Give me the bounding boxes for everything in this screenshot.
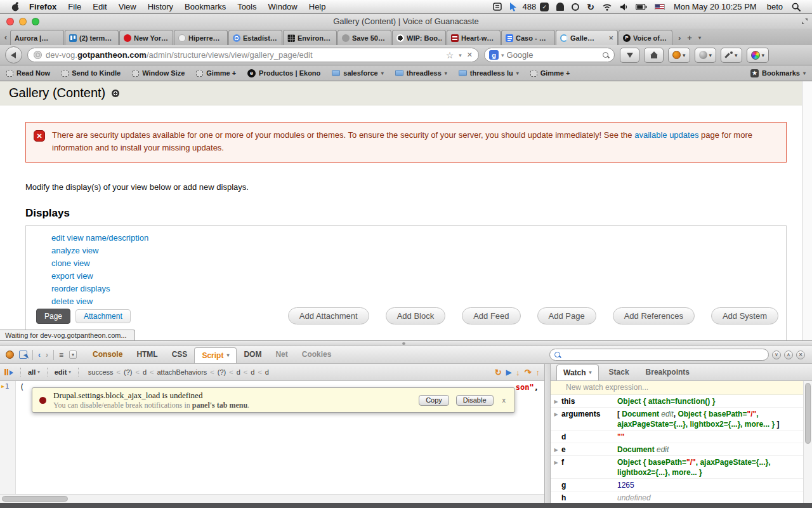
sphere-dropdown-icon[interactable]: ▾ [709,52,712,58]
delete-view-link[interactable]: delete view [51,295,93,308]
firebug-button[interactable]: ▾ [668,48,690,63]
contextual-gear-icon[interactable] [112,90,119,97]
menu-bookmarks[interactable]: Bookmarks [185,2,226,11]
tab-save-50[interactable]: Save 50… [337,30,391,45]
add-system-button[interactable]: Add System [711,307,778,324]
ghost-status-icon[interactable] [556,3,564,11]
step-out-icon[interactable]: ↑ [536,368,540,377]
step-over-icon[interactable]: ↷ [525,368,532,377]
menu-view[interactable]: View [119,2,136,11]
expand-arrow-icon[interactable]: ▶ [551,396,561,404]
script-dropdown-icon[interactable]: ▾ [226,348,229,363]
history-back-icon[interactable]: ‹ [38,351,41,359]
check-circle-status-icon[interactable]: ✓ [540,3,549,11]
tab-net[interactable]: Net [268,346,294,363]
clone-view-link[interactable]: clone view [51,257,90,270]
search-bar[interactable]: g ▾ [484,48,615,62]
menu-edit[interactable]: Edit [93,2,107,11]
sync-status-icon[interactable]: ↻ [587,2,594,12]
apple-menu-icon[interactable] [11,2,20,11]
volume-status-icon[interactable] [620,3,628,11]
watch-dropdown-icon[interactable]: ▾ [589,366,592,380]
watch-row-f[interactable]: ▶ f Object { basePath="/", ajaxPageState… [551,456,803,479]
firebug-resize-handle[interactable] [0,341,812,346]
watch-row-this[interactable]: ▶ this Object { attach=function() } [551,395,803,408]
tab-new-yorker[interactable]: New Yor… [119,30,173,45]
downloads-button[interactable] [620,48,639,63]
bookmark-read-now[interactable]: Read Now [6,69,50,77]
addon-sphere-button[interactable]: ▾ [695,48,717,63]
window-title-bar[interactable]: Gallery (Content) | Voice of Guanacaste [0,14,812,29]
tab-breakpoints[interactable]: Breakpoints [639,364,696,380]
ring-status-icon[interactable] [572,3,579,11]
watch-row-h[interactable]: h undefined [551,491,803,503]
script-horizontal-scrollbar[interactable] [0,494,544,503]
minimize-window-button[interactable] [19,18,27,25]
watch-row-d[interactable]: d "" [551,431,803,443]
tab-script[interactable]: Script▾ [194,347,237,363]
firebug-search-input[interactable] [565,351,764,359]
tab-heart-w[interactable]: Heart-w… [447,30,501,45]
add-feed-button[interactable]: Add Feed [462,307,520,324]
panel-close-icon[interactable]: ✕ [796,351,805,359]
us-flag-icon[interactable] [655,4,665,10]
script-filter-dropdown[interactable]: all▾ [28,368,40,376]
available-updates-link[interactable]: available updates [634,130,698,140]
search-engine-dropdown-icon[interactable]: ▾ [501,52,504,58]
menu-user[interactable]: beto [767,2,783,11]
tab-scroll-right-icon[interactable]: › [678,33,681,43]
home-button[interactable] [644,48,664,63]
tab-voice-of[interactable]: PVoice of… [619,30,672,45]
tab-watch[interactable]: Watch▾ [556,364,599,380]
tab-css[interactable]: CSS [165,346,195,363]
spotlight-search-icon[interactable] [792,3,801,11]
tab-caso[interactable]: Caso - … [501,30,555,45]
reorder-displays-link[interactable]: reorder displays [51,283,110,295]
analyze-view-link[interactable]: analyze view [51,244,98,257]
watch-vertical-scrollbar[interactable] [803,381,812,503]
search-input[interactable] [507,50,599,60]
firebug-menu-icon[interactable] [6,351,14,359]
expand-arrow-icon[interactable]: ▶ [551,444,561,453]
bookmark-folder-salesforce[interactable]: salesforce▾ [332,69,383,77]
colorzilla-button[interactable]: ▾ [721,48,742,63]
break-on-next-icon[interactable] [4,369,13,375]
tab-close-icon[interactable]: ✕ [608,35,613,41]
watch-row-g[interactable]: g 1265 [551,479,803,491]
tab-wip-github[interactable]: WIP: Boo… [392,30,446,45]
disable-button[interactable]: Disable [456,395,494,406]
search-magnifier-icon[interactable] [602,51,610,59]
site-identity-icon[interactable] [34,51,42,59]
colorwheel-dropdown-icon[interactable]: ▾ [762,52,765,58]
stop-load-icon[interactable]: ✕ [467,51,473,59]
wifi-status-icon[interactable] [602,3,612,11]
notification-close-icon[interactable]: x [502,396,506,404]
tab-console[interactable]: Console [86,346,129,363]
journal-status-icon[interactable] [493,3,502,11]
panel-collapse-icon[interactable]: ∨ [772,351,781,359]
bookmark-folder-threadless-lu[interactable]: threadless lu▾ [459,69,519,77]
bookmarks-menu-button[interactable]: ★Bookmarks▾ [750,69,806,77]
menu-file[interactable]: File [68,2,81,11]
display-tab-page[interactable]: Page [36,309,70,324]
tab-scroll-left-icon[interactable]: ‹ [1,30,10,45]
close-window-button[interactable] [6,18,14,25]
copy-button[interactable]: Copy [419,395,449,406]
menu-tools[interactable]: Tools [237,2,256,11]
rerun-icon[interactable]: ↻ [495,368,502,377]
colorwheel-button[interactable]: ▾ [747,48,769,63]
add-attachment-button[interactable]: Add Attachment [288,307,369,324]
add-page-button[interactable]: Add Page [537,307,596,324]
tab-aurora[interactable]: Aurora |… [10,30,64,45]
bookmark-send-to-kindle[interactable]: Send to Kindle [62,69,121,77]
tab-gallery-active[interactable]: Galle…✕ [556,30,618,45]
display-tab-attachment[interactable]: Attachment [75,309,131,323]
tab-trello[interactable]: (2) term… [65,30,119,45]
tab-html[interactable]: HTML [129,346,164,363]
tab-environ[interactable]: Environ… [283,30,337,45]
bookmark-window-size[interactable]: Window Size [132,69,185,77]
firebug-search-field[interactable] [549,349,769,361]
bookmark-gimme-2[interactable]: Gimme + [530,69,570,77]
tab-cookies[interactable]: Cookies [295,346,339,363]
continue-icon[interactable]: ▶ [506,368,511,377]
